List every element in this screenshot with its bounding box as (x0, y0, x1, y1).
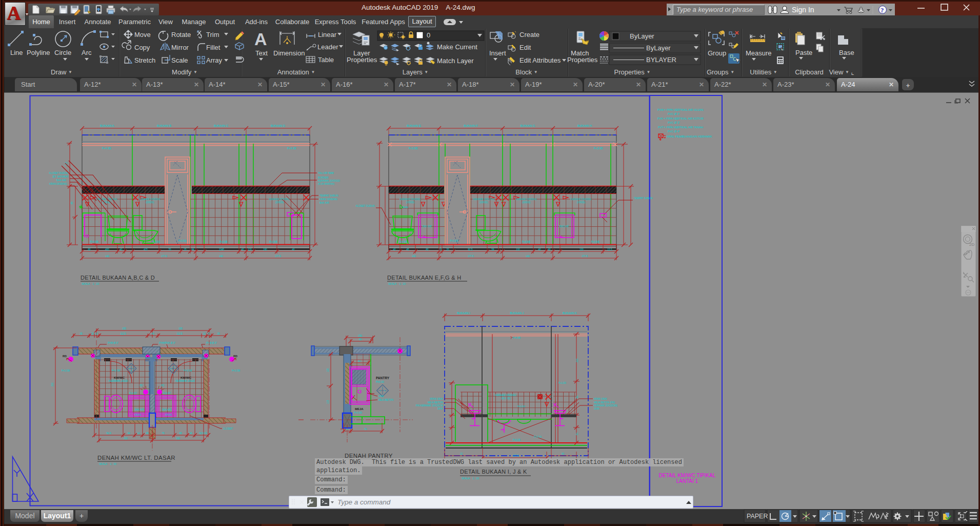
svg-text:PVK = PIPA VERTIKAL AIR KOTO: PVK = PIPA VERTIKAL AIR KOTOR (657, 117, 704, 120)
svg-text:A: A (254, 29, 267, 49)
svg-text:FD: FD (139, 384, 143, 387)
svg-text:Trim: Trim (206, 31, 219, 38)
svg-text:BUKAAN E: BUKAAN E (407, 124, 421, 127)
svg-text:Stretch: Stretch (134, 56, 155, 64)
svg-text:15: 15 (204, 432, 207, 435)
svg-text:MEJA BETON (FIN: MEJA BETON (FIN (594, 401, 615, 404)
svg-text:80: 80 (88, 248, 91, 251)
svg-text:RD: RD (233, 355, 237, 358)
svg-text:TEMPAT SABUN: TEMPAT SABUN (634, 197, 653, 200)
svg-text:112.5: 112.5 (120, 333, 126, 335)
svg-text:MEJA BETON: MEJA BETON (428, 401, 444, 404)
svg-text:Fillet: Fillet (206, 44, 221, 51)
svg-text:BUKAAN F: BUKAAN F (464, 124, 478, 127)
svg-text:P+0.05: P+0.05 (513, 439, 521, 441)
svg-text:Match Layer: Match Layer (437, 57, 474, 65)
svg-text:54: 54 (189, 432, 192, 435)
svg-text:34: 34 (127, 432, 130, 435)
svg-text:(20X20): (20X20) (577, 201, 586, 204)
svg-text:15: 15 (91, 333, 94, 335)
svg-text:415: 415 (144, 248, 148, 251)
svg-text:P+3.57: P+3.57 (129, 392, 137, 395)
svg-text:Make Current: Make Current (437, 43, 477, 51)
svg-text:BUKAAN D: BUKAAN D (271, 124, 285, 127)
svg-text:KRAN DINDING: KRAN DINDING (49, 183, 67, 185)
svg-text:(20X20): (20X20) (146, 201, 154, 204)
svg-text:60: 60 (359, 338, 362, 341)
svg-text:P+3.58: P+3.58 (90, 241, 98, 243)
svg-text:SKALA 1 : 20: SKALA 1 : 20 (82, 282, 99, 285)
svg-text:75: 75 (162, 432, 165, 435)
svg-text:Array: Array (206, 56, 223, 64)
svg-text:15: 15 (439, 248, 442, 251)
svg-text:KERAMIK 20x20: KERAMIK 20x20 (175, 379, 195, 382)
svg-text:DENAH KM/WC LT. DASAR: DENAH KM/WC LT. DASAR (97, 455, 175, 461)
svg-text:BAK AIR: BAK AIR (162, 408, 172, 411)
svg-text:BAK AIR: BAK AIR (319, 202, 329, 204)
svg-text:300: 300 (51, 382, 54, 386)
svg-text:100: 100 (579, 248, 584, 251)
svg-text:P+3.58: P+3.58 (219, 241, 228, 243)
svg-text:Edit Attributes: Edit Attributes (519, 56, 561, 64)
svg-text:P+4.35: P+4.35 (102, 147, 111, 150)
svg-text:CLOSET: CLOSET (223, 427, 233, 430)
svg-text:P+3.95: P+3.95 (409, 147, 418, 150)
svg-text:P+3.58: P+3.58 (232, 369, 240, 372)
svg-text:KERAMIK DINDING: KERAMIK DINDING (473, 198, 494, 201)
svg-text:KERAMIK DINDING: KERAMIK DINDING (570, 198, 592, 201)
svg-text:I: I (382, 387, 383, 389)
svg-text:400: 400 (105, 248, 109, 251)
svg-text:BUKAAN J: BUKAAN J (510, 311, 524, 315)
svg-text:160: 160 (124, 437, 128, 440)
svg-text:K: K (384, 389, 386, 392)
svg-text:2D: 2D (969, 242, 974, 247)
svg-text:Copy: Copy (134, 44, 150, 51)
svg-text:PVT = PIPA VERTIKAL AIR TANA: PVT = PIPA VERTIKAL AIR TANAH (658, 126, 703, 129)
svg-text:15: 15 (207, 333, 210, 335)
svg-text:PVM = PIPA VERTIKAL AIR HUJA: PVM = PIPA VERTIKAL AIR HUJAN (657, 108, 704, 111)
svg-text:SINK: SINK (594, 407, 600, 410)
svg-text:25: 25 (217, 333, 220, 335)
svg-text:PVM/PVK Ø 3": PVM/PVK Ø 3" (159, 342, 175, 344)
svg-text:ByLayer: ByLayer (646, 44, 671, 52)
svg-text:P+3.58: P+3.58 (269, 241, 277, 243)
svg-text:P+3.58: P+3.58 (62, 369, 70, 372)
svg-text:Move: Move (134, 31, 151, 38)
svg-text:BAK AIR: BAK AIR (423, 225, 432, 228)
svg-text:40: 40 (548, 248, 551, 251)
svg-text:LANTAI 1: LANTAI 1 (676, 478, 698, 484)
svg-text:TEMPAT SABUN: TEMPAT SABUN (319, 194, 338, 197)
svg-text:(20X20): (20X20) (275, 201, 284, 204)
svg-text:120: 120 (327, 368, 329, 372)
svg-text:70: 70 (168, 248, 171, 251)
svg-text:Properties: Properties (567, 56, 598, 64)
svg-text:120: 120 (248, 248, 252, 251)
svg-text:40: 40 (151, 333, 154, 335)
svg-text:BORDER: BORDER (318, 177, 329, 179)
svg-text:RD: RD (63, 355, 67, 358)
svg-text:Measure: Measure (746, 49, 772, 57)
svg-text:P±0.00: P±0.00 (376, 380, 384, 383)
svg-text:Table: Table (318, 56, 334, 64)
svg-text:140: 140 (526, 255, 530, 258)
svg-text:40: 40 (292, 248, 295, 251)
svg-text:SINK: SINK (437, 407, 444, 410)
svg-text:SKALA 1 : 20: SKALA 1 : 20 (462, 477, 479, 480)
svg-text:PVM Ø 3": PVM Ø 3" (108, 342, 118, 344)
svg-text:BUKAAN C: BUKAAN C (214, 124, 228, 127)
svg-text:P+3.57: P+3.57 (163, 392, 171, 395)
svg-text:PVC Ø 4": PVC Ø 4" (668, 130, 680, 133)
svg-text:DETAIL BUKAAN A,B,C & D: DETAIL BUKAAN A,B,C & D (81, 275, 155, 281)
svg-text:H: H (171, 368, 172, 370)
svg-text:Linear: Linear (318, 31, 337, 38)
svg-text:12: 12 (137, 432, 140, 435)
svg-text:160: 160 (176, 437, 180, 440)
svg-text:52.5: 52.5 (199, 432, 204, 435)
svg-text:65: 65 (179, 432, 182, 435)
svg-text:100: 100 (516, 248, 520, 251)
svg-text:P+3.58: P+3.58 (112, 369, 120, 372)
svg-text:PVM Ø 3": PVM Ø 3" (206, 342, 217, 344)
svg-text:Mirror: Mirror (171, 44, 189, 51)
svg-text:PAPER: PAPER (747, 513, 768, 520)
svg-text:20: 20 (446, 248, 449, 251)
